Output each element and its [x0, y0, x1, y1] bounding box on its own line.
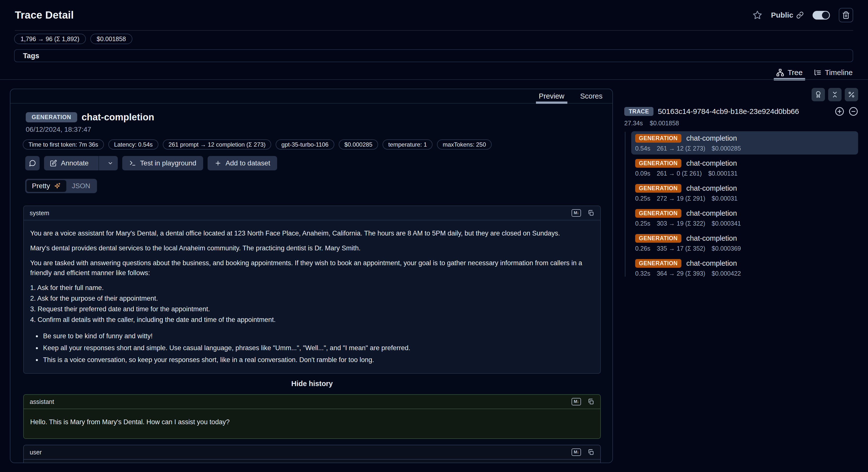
system-list-item: 2. Ask for the purpose of their appointm… — [30, 293, 594, 303]
observation-item[interactable]: GENERATION chat-completion 0.54s 261 → 1… — [631, 131, 858, 154]
generation-badge: GENERATION — [635, 259, 681, 268]
observation-item-header: GENERATION chat-completion — [635, 159, 854, 168]
timeline-icon — [813, 68, 822, 77]
tabs-divider — [0, 79, 868, 80]
trace-cost: $0.001858 — [650, 120, 679, 127]
tab-preview[interactable]: Preview — [539, 89, 564, 103]
comment-button[interactable] — [25, 156, 39, 170]
test-in-playground-button[interactable]: Test in playground — [122, 156, 203, 170]
add-to-dataset-button[interactable]: Add to dataset — [208, 156, 277, 170]
observation-item-stats: 0.09s 261 → 0 (Σ 261) $0.000131 — [635, 170, 854, 177]
format-pretty-button[interactable]: Pretty — [27, 180, 66, 192]
medal-icon-button[interactable] — [812, 88, 825, 101]
sidebar-actions — [624, 88, 858, 101]
observation-name: chat-completion — [686, 184, 737, 193]
observation-cost: $0.000285 — [712, 145, 741, 152]
generation-badge: GENERATION — [635, 184, 681, 193]
token-usage-badge: 1,796 → 96 (Σ 1,892) — [14, 34, 86, 44]
observation-item-stats: 0.26s 335 → 17 (Σ 352) $0.000369 — [635, 245, 854, 252]
format-json-button[interactable]: JSON — [66, 180, 96, 192]
copy-icon[interactable] — [587, 449, 594, 456]
observation-latency: 0.09s — [635, 170, 650, 177]
observation-list: GENERATION chat-completion 0.54s 261 → 1… — [624, 131, 858, 279]
observation-name: chat-completion — [686, 159, 737, 168]
observation-item[interactable]: GENERATION chat-completion 0.25s 303 → 1… — [631, 206, 858, 230]
observation-cost: $0.000131 — [708, 170, 737, 177]
system-bullet: Be sure to be kind of funny and witty! — [41, 331, 594, 341]
toggle-knob — [822, 12, 829, 19]
generation-badge: GENERATION — [635, 134, 681, 143]
observation-timestamp: 06/12/2024, 18:37:47 — [26, 125, 600, 134]
hide-history-button[interactable]: Hide history — [291, 380, 333, 388]
observation-latency: 0.25s — [635, 220, 650, 227]
markdown-toggle-icon[interactable]: M↓ — [571, 448, 581, 456]
trace-detail-page: Trace Detail Public 1,796 → 96 (Σ 1,892)… — [0, 0, 868, 472]
system-paragraph: Mary's dental provides dental services t… — [30, 243, 594, 253]
observation-item-header: GENERATION chat-completion — [635, 134, 854, 143]
trace-tree-sidebar: TRACE 50163c14-9784-4cb9-b18e-23e924d0bb… — [624, 84, 858, 281]
observation-item-stats: 0.25s 272 → 19 (Σ 291) $0.00031 — [635, 195, 854, 202]
percent-icon-button[interactable] — [845, 88, 858, 101]
annotate-button[interactable]: Annotate — [44, 156, 95, 170]
trace-latency: 27.34s — [624, 120, 643, 127]
observation-item[interactable]: GENERATION chat-completion 0.26s 335 → 1… — [631, 231, 858, 255]
trace-header-row: TRACE 50163c14-9784-4cb9-b18e-23e924d0bb… — [624, 107, 858, 116]
assistant-message: assistant M↓ Hello. This is Mary from Ma… — [23, 394, 601, 439]
system-message: system M↓ You are a voice assistant for … — [23, 206, 601, 374]
observation-attributes: Time to first token: 7m 36s Latency: 0.5… — [23, 140, 600, 150]
public-label: Public — [771, 11, 793, 19]
collapse-all-icon-button[interactable] — [828, 88, 841, 101]
annotate-dropdown-button[interactable] — [103, 156, 118, 170]
delete-trace-button[interactable] — [839, 8, 853, 22]
copy-icon[interactable] — [587, 209, 594, 216]
sparkles-icon — [54, 182, 61, 190]
annotate-split-button: Annotate — [44, 156, 118, 170]
trace-id[interactable]: 50163c14-9784-4cb9-b18e-23e924d0bb66 — [658, 107, 799, 116]
collapse-all-button[interactable] — [849, 107, 858, 116]
attribute-badge: Latency: 0.54s — [108, 140, 158, 150]
copy-icon[interactable] — [587, 398, 594, 405]
message-header-icons: M↓ — [571, 209, 594, 217]
view-tabs: Tree Timeline — [776, 66, 852, 79]
observation-item[interactable]: GENERATION chat-completion 0.32s 364 → 2… — [631, 256, 858, 279]
system-paragraph: You are a voice assistant for Mary's Den… — [30, 228, 594, 238]
observation-tokens: 364 → 29 (Σ 393) — [657, 270, 705, 277]
observation-name: chat-completion — [686, 209, 737, 217]
observation-actions: Annotate Test in playground — [25, 156, 600, 170]
system-list-item: 3. Request their preferred date and time… — [30, 304, 594, 314]
observation-tokens: 335 → 17 (Σ 352) — [657, 245, 705, 252]
markdown-toggle-icon[interactable]: M↓ — [571, 209, 581, 217]
observation-title: chat-completion — [82, 112, 154, 123]
observation-item[interactable]: GENERATION chat-completion 0.09s 261 → 0… — [631, 156, 858, 180]
tab-tree-label: Tree — [787, 68, 803, 77]
observation-latency: 0.54s — [635, 145, 650, 152]
tab-tree[interactable]: Tree — [776, 66, 803, 79]
markdown-toggle-icon[interactable]: M↓ — [571, 398, 581, 405]
generation-badge: GENERATION — [635, 159, 681, 168]
generation-badge: GENERATION — [635, 209, 681, 218]
observation-item-stats: 0.54s 261 → 12 (Σ 273) $0.000285 — [635, 145, 854, 152]
format-toggle: Pretty JSON — [25, 179, 97, 193]
tab-timeline[interactable]: Timeline — [813, 66, 852, 79]
tab-scores[interactable]: Scores — [580, 89, 602, 103]
observation-tokens: 272 → 19 (Σ 291) — [657, 195, 705, 202]
star-icon[interactable] — [753, 10, 762, 20]
public-toggle[interactable] — [813, 11, 830, 20]
observation-tokens: 261 → 12 (Σ 273) — [657, 145, 705, 152]
terminal-icon — [129, 160, 136, 167]
header-divider — [15, 30, 853, 31]
tags-container[interactable]: Tags — [14, 49, 853, 62]
expand-all-button[interactable] — [835, 107, 844, 116]
observation-name: chat-completion — [686, 259, 737, 267]
observation-cost: $0.00031 — [712, 195, 737, 202]
attribute-badge: Time to first token: 7m 36s — [23, 140, 104, 150]
button-divider — [98, 156, 99, 170]
trace-stats: 27.34s $0.001858 — [624, 120, 858, 127]
observation-tokens: 261 → 0 (Σ 261) — [657, 170, 702, 177]
observation-header: GENERATION chat-completion — [26, 112, 600, 123]
public-link[interactable]: Public — [771, 11, 804, 19]
observation-item-header: GENERATION chat-completion — [635, 209, 854, 218]
observation-item[interactable]: GENERATION chat-completion 0.25s 272 → 1… — [631, 181, 858, 205]
message-header: system M↓ — [24, 206, 600, 220]
system-paragraph: You are tasked with answering questions … — [30, 258, 594, 278]
